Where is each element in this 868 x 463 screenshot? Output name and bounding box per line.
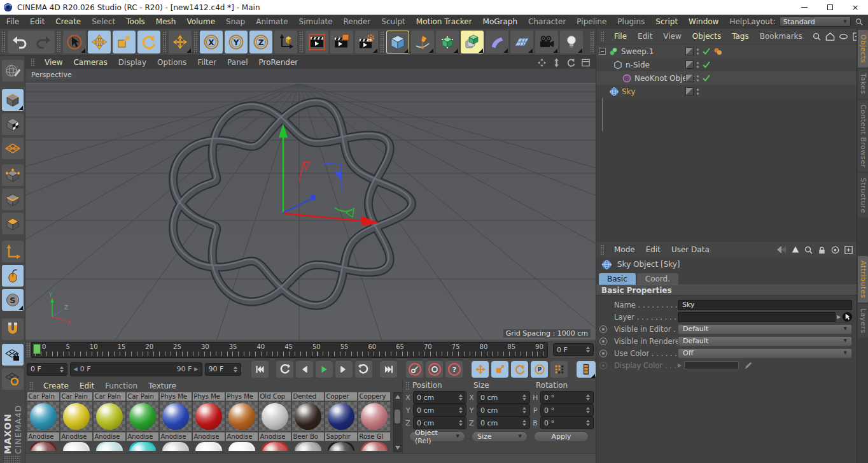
visible-editor-dropdown[interactable]: Default▼	[678, 324, 852, 334]
toolbar-grip[interactable]	[299, 31, 304, 53]
menu-item[interactable]: Character	[528, 17, 566, 26]
menu-item[interactable]: Snap	[226, 17, 245, 26]
pos-y-field[interactable]: 0 cm	[413, 404, 466, 417]
material-thumbnail[interactable]	[160, 402, 192, 431]
name-field[interactable]: Sky	[678, 300, 852, 310]
attribute-tab[interactable]: Basic	[599, 273, 636, 285]
spinner-icon[interactable]	[234, 366, 237, 373]
pos-z-field[interactable]: 0 cm	[413, 417, 466, 429]
lock-icon[interactable]	[817, 245, 827, 255]
material-item[interactable]: Phys Me Anodise	[159, 392, 192, 453]
attribute-menu-item[interactable]: Mode	[614, 245, 635, 254]
layer-toggle[interactable]	[685, 87, 694, 96]
material-thumbnail[interactable]	[27, 402, 59, 431]
render-view-button[interactable]	[305, 31, 328, 53]
edges-mode-button[interactable]	[2, 189, 24, 210]
add-cube-button[interactable]	[386, 31, 409, 53]
camera-button[interactable]	[535, 31, 558, 53]
material-item[interactable]: Copper Sapphir	[325, 392, 357, 453]
material-item[interactable]: Car Pain Anodise	[126, 392, 158, 453]
scroll-up-icon[interactable]	[395, 395, 400, 399]
floor-environment-button[interactable]	[510, 31, 533, 53]
visibility-dots[interactable]	[696, 47, 700, 56]
object-manager-menu-item[interactable]: Bookmarks	[760, 32, 802, 41]
spinner-icon[interactable]	[586, 346, 590, 353]
search-icon[interactable]	[804, 245, 813, 255]
material-item[interactable]: Phys Me Anodise	[192, 392, 225, 453]
object-row-sky[interactable]: Sky	[596, 85, 857, 98]
menu-item[interactable]: Window	[689, 17, 718, 26]
menu-item[interactable]: Plugins	[617, 17, 645, 26]
model-mode-button[interactable]	[2, 89, 24, 111]
menu-item[interactable]: MoGraph	[483, 17, 518, 26]
expand-arrow-icon[interactable]: ▶	[678, 362, 682, 368]
menu-item[interactable]: Mesh	[156, 17, 176, 26]
search-icon[interactable]	[812, 32, 822, 41]
current-frame-field[interactable]: 0 F	[27, 363, 67, 376]
scroll-down-icon[interactable]	[395, 446, 400, 450]
end-frame-field[interactable]: 90 F	[205, 363, 242, 376]
material-next-row-sphere[interactable]	[30, 442, 57, 451]
material-menu-item[interactable]: Texture	[148, 381, 176, 390]
viewport-menu-item[interactable]: Panel	[227, 58, 248, 67]
render-picture-viewer-button[interactable]	[330, 31, 353, 53]
pos-x-field[interactable]: 0 cm	[413, 391, 466, 404]
lock-x-axis-button[interactable]: X	[200, 31, 223, 53]
material-item[interactable]: Car Pain Anodise	[93, 392, 125, 453]
previous-key-button[interactable]	[276, 361, 293, 378]
visible-renderer-dropdown[interactable]: Default▼	[678, 336, 852, 346]
viewport-menu-item[interactable]: ProRender	[258, 58, 298, 67]
keyframe-selection-button[interactable]: ?	[445, 361, 463, 378]
scale-tool-button[interactable]	[113, 31, 136, 53]
lock-z-axis-button[interactable]: Z	[249, 31, 272, 53]
material-item[interactable]: Car Pain Anodise	[27, 392, 59, 453]
maximize-button[interactable]	[817, 0, 843, 15]
object-manager-menu-item[interactable]: File	[614, 32, 627, 41]
toolbar-grip[interactable]	[1, 31, 6, 53]
menu-item[interactable]: Animate	[256, 17, 288, 26]
material-next-row-sphere[interactable]	[162, 442, 189, 451]
make-editable-button[interactable]	[2, 60, 24, 82]
attribute-grip[interactable]	[600, 245, 605, 255]
polygons-mode-button[interactable]	[2, 213, 24, 234]
size-z-field[interactable]: 0 cm	[477, 417, 530, 429]
spline-pen-button[interactable]	[411, 31, 434, 53]
go-to-start-button[interactable]	[251, 361, 269, 378]
rotate-tool-button[interactable]	[137, 31, 160, 53]
view-label[interactable]: Perspective	[27, 70, 76, 80]
size-y-field[interactable]: 0 cm	[477, 404, 530, 417]
viewport-rotate-icon[interactable]	[566, 58, 576, 68]
material-thumbnail[interactable]	[226, 402, 258, 431]
material-thumbnail[interactable]	[325, 402, 357, 431]
timeline-grip[interactable]	[26, 343, 31, 357]
material-thumbnail[interactable]	[259, 402, 291, 431]
next-frame-button[interactable]	[335, 361, 353, 378]
keyframe-radio-icon[interactable]	[599, 350, 607, 357]
generators-sweep-button[interactable]	[461, 31, 484, 53]
attribute-menu-item[interactable]: User Data	[671, 245, 710, 254]
coordinate-system-button[interactable]	[274, 31, 297, 53]
layer-field[interactable]	[678, 312, 836, 322]
layer-picker-icon[interactable]	[842, 311, 853, 322]
side-tab[interactable]: Objects	[858, 30, 868, 68]
material-next-row-sphere[interactable]	[63, 442, 90, 451]
material-menu-item[interactable]: Create	[43, 381, 69, 390]
viewport-canvas[interactable]: Y Z X Perspective Grid Spacing : 1000 cm	[25, 69, 596, 341]
redo-button[interactable]	[31, 31, 55, 53]
pen-edit-icon[interactable]	[744, 361, 753, 370]
side-tab[interactable]: Layers	[858, 304, 868, 338]
key-pla-toggle[interactable]	[550, 361, 568, 378]
menu-item[interactable]: Pipeline	[577, 17, 606, 26]
material-tag-icon[interactable]	[713, 46, 723, 57]
range-left-arrow-icon[interactable]: ◀	[74, 366, 78, 372]
last-tool-button[interactable]	[169, 31, 192, 53]
viewport-menu-item[interactable]: Cameras	[73, 58, 107, 67]
target-icon[interactable]	[830, 245, 840, 255]
menu-item[interactable]: Help	[729, 17, 746, 26]
material-item[interactable]: Old Cop Anodise	[258, 392, 291, 453]
texture-mode-button[interactable]	[2, 113, 24, 135]
material-thumbnail[interactable]	[292, 402, 324, 431]
material-thumbnail[interactable]	[193, 402, 225, 431]
timeline-window-button[interactable]	[577, 361, 596, 378]
material-item[interactable]: Coppery Rose Gl	[358, 392, 390, 453]
